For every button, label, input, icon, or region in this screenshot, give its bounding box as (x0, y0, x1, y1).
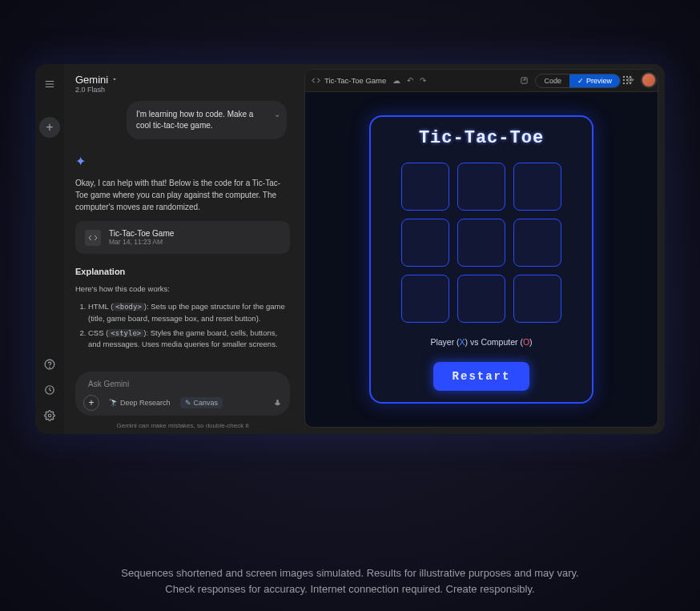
svg-point-10 (623, 79, 625, 81)
chat-header: Gemini 2.0 Flash (64, 64, 301, 96)
preview-header: Tic-Tac-Toe Game ☁ ↶ ↷ Code ✓ Previ (305, 70, 658, 92)
add-button[interactable]: + (83, 395, 99, 411)
redo-icon[interactable]: ↷ (420, 76, 426, 85)
svg-point-15 (630, 82, 631, 84)
svg-point-6 (48, 414, 51, 417)
model-label: 2.0 Flash (75, 86, 118, 94)
preview-panel: Tic-Tac-Toe Game ☁ ↶ ↷ Code ✓ Previ (304, 69, 658, 428)
toggle-preview-button[interactable]: ✓ Preview (569, 74, 620, 87)
board-cell[interactable] (401, 163, 449, 211)
board-cell[interactable] (457, 219, 505, 267)
svg-point-7 (623, 76, 625, 78)
explanation-list: HTML (<body>): Sets up the page structur… (75, 301, 290, 354)
svg-point-13 (623, 82, 625, 84)
explanation-heading: Explanation (75, 267, 290, 276)
menu-icon[interactable] (41, 75, 58, 93)
artifact-timestamp: Mar 14, 11:23 AM (109, 238, 174, 246)
assistant-message: Okay, I can help with that! Below is the… (75, 177, 290, 213)
svg-point-9 (630, 76, 631, 78)
artifact-card[interactable]: Tic-Tac-Toe Game Mar 14, 11:23 AM (75, 221, 290, 254)
svg-point-12 (630, 79, 631, 81)
code-icon (85, 230, 101, 246)
game-title: Tic-Tac-Toe (419, 128, 544, 148)
board-cell[interactable] (513, 163, 561, 211)
game-board (401, 163, 561, 323)
composer[interactable]: Ask Gemini + 🔭 Deep Research ✎ Canvas (75, 372, 290, 416)
game-status: Player (X) vs Computer (O) (430, 337, 532, 347)
cloud-icon[interactable]: ☁ (392, 76, 400, 85)
board-cell[interactable] (513, 219, 561, 267)
canvas-chip[interactable]: ✎ Canvas (180, 397, 223, 408)
explanation-intro: Here's how this code works: (75, 284, 290, 293)
history-icon[interactable] (41, 381, 58, 399)
list-item: CSS (<style>): Styles the game board, ce… (88, 328, 290, 351)
code-icon (312, 76, 320, 85)
user-message[interactable]: I'm learning how to code. Make a cool ti… (127, 101, 287, 139)
share-icon[interactable] (518, 76, 530, 85)
telescope-icon: 🔭 (109, 399, 118, 407)
preview-title: Tic-Tac-Toe Game (324, 76, 386, 85)
composer-input[interactable]: Ask Gemini (83, 376, 282, 392)
code-preview-toggle: Code ✓ Preview (535, 74, 621, 88)
list-item: HTML (<body>): Sets up the page structur… (88, 301, 290, 324)
check-icon: ✓ (577, 77, 584, 85)
toggle-code-button[interactable]: Code (536, 74, 569, 87)
board-cell[interactable] (401, 219, 449, 267)
restart-button[interactable]: Restart (433, 362, 530, 391)
board-cell[interactable] (457, 163, 505, 211)
board-cell[interactable] (513, 275, 561, 323)
pencil-icon: ✎ (185, 399, 191, 407)
footer-line-1: Sequences shortened and screen images si… (32, 565, 668, 581)
preview-column: Tic-Tac-Toe Game ☁ ↶ ↷ Code ✓ Previ (301, 64, 665, 434)
svg-point-11 (626, 79, 628, 81)
mic-icon[interactable] (273, 399, 282, 408)
app-name-label: Gemini (75, 74, 108, 86)
spark-icon: ✦ (75, 154, 290, 169)
board-cell[interactable] (401, 275, 449, 323)
chevron-down-icon (111, 76, 118, 82)
svg-point-8 (626, 76, 628, 78)
undo-icon[interactable]: ↶ (407, 76, 413, 85)
help-icon[interactable] (41, 356, 58, 373)
user-avatar[interactable] (641, 72, 657, 88)
new-chat-button[interactable]: + (39, 117, 60, 138)
user-message-text: I'm learning how to code. Make a cool ti… (136, 110, 253, 130)
svg-point-4 (50, 367, 50, 368)
chevron-down-icon[interactable]: ⌄ (274, 109, 280, 120)
page-footer: Sequences shortened and screen images si… (0, 565, 700, 597)
artifact-title: Tic-Tac-Toe Game (109, 229, 174, 238)
svg-point-14 (626, 82, 628, 84)
disclaimer-text: Gemini can make mistakes, so double-chec… (64, 419, 301, 434)
footer-line-2: Check responses for accuracy. Internet c… (32, 581, 668, 597)
app-window: + Gemini 2.0 Flash (35, 64, 665, 434)
game-card: Tic-Tac-Toe Player (X) vs Computer (O) (369, 115, 593, 404)
app-title[interactable]: Gemini (75, 74, 118, 86)
chat-column: Gemini 2.0 Flash I'm learning how to cod… (64, 64, 301, 434)
settings-icon[interactable] (41, 407, 58, 424)
apps-icon[interactable] (622, 74, 633, 86)
deep-research-chip[interactable]: 🔭 Deep Research (104, 397, 175, 408)
game-surface: Tic-Tac-Toe Player (X) vs Computer (O) (305, 92, 658, 427)
nav-rail: + (35, 64, 64, 434)
conversation: I'm learning how to code. Make a cool ti… (64, 96, 301, 367)
board-cell[interactable] (457, 275, 505, 323)
